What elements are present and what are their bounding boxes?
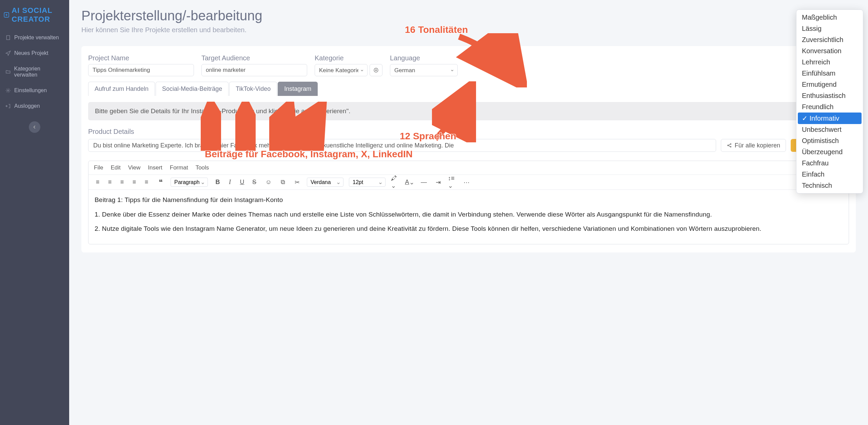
plus-circle-icon — [373, 67, 379, 73]
tonality-option[interactable]: Konversation — [798, 45, 862, 57]
align-full-icon[interactable]: ≡ — [142, 178, 151, 187]
sidebar-item-logout[interactable]: Ausloggen — [0, 98, 69, 114]
editor-menu: File Edit View Insert Format Tools — [88, 161, 849, 175]
strike-icon[interactable]: S — [250, 178, 259, 187]
svg-point-4 — [728, 145, 729, 146]
sidebar-item-settings[interactable]: Einstellungen — [0, 83, 69, 98]
more-icon[interactable]: ⋯ — [462, 178, 471, 187]
blockquote-icon[interactable]: ❝ — [156, 178, 165, 187]
indent-icon[interactable]: ⇥ — [434, 178, 442, 187]
hr-icon[interactable]: — — [419, 178, 428, 187]
align-justify-icon[interactable]: ≡ — [130, 178, 139, 187]
tonality-option[interactable]: Unbeschwert — [798, 124, 862, 135]
folder-icon — [5, 69, 11, 75]
tonality-option[interactable]: Einfühlsam — [798, 68, 862, 79]
sidebar-item-label: Ausloggen — [14, 103, 40, 109]
copy-all-button[interactable]: Für alle kopieren — [721, 139, 786, 152]
audience-label: Target Audience — [201, 54, 307, 62]
plane-icon — [5, 50, 11, 56]
svg-point-6 — [730, 146, 731, 147]
emoji-icon[interactable]: ☺ — [264, 178, 273, 187]
sidebar-item-label: Neues Projekt — [14, 50, 48, 56]
editor-toolbar: ≡ ≡ ≡ ≡ ≡ ❝ Paragraph B I — [88, 175, 849, 190]
sidebar-item-label: Einstellungen — [14, 87, 47, 94]
editor-content[interactable]: Beitrag 1: Tipps für die Namensfindung f… — [88, 190, 849, 244]
copy-icon[interactable]: ⧉ — [278, 178, 287, 187]
tonality-option[interactable]: Freundlich — [798, 101, 862, 113]
menu-file[interactable]: File — [94, 164, 103, 171]
align-left-icon[interactable]: ≡ — [93, 178, 102, 187]
content-tabs: Aufruf zum Handeln Social-Media-Beiträge… — [88, 82, 849, 96]
cut-icon[interactable]: ✂ — [293, 178, 301, 187]
align-center-icon[interactable]: ≡ — [105, 178, 114, 187]
project-card: Project Name Target Audience Kategorie K… — [81, 46, 856, 252]
tab-social-posts[interactable]: Social-Media-Beiträge — [156, 82, 229, 96]
page-subtitle: Hier können Sie Ihre Projekte erstellen … — [81, 26, 856, 34]
language-label: Language — [390, 54, 458, 62]
category-label: Kategorie — [315, 54, 382, 62]
tab-tiktok[interactable]: TikTok-Video — [229, 82, 277, 96]
tab-cta[interactable]: Aufruf zum Handeln — [88, 82, 155, 96]
content-paragraph: 2. Nutze digitale Tools wie den Instagra… — [95, 224, 843, 234]
brand-name: AI SOCIAL CREATOR — [12, 6, 65, 24]
sidebar-collapse-button[interactable] — [29, 121, 40, 133]
text-color-icon[interactable]: A ⌄ — [405, 178, 414, 187]
tab-instagram[interactable]: Instagram — [278, 82, 318, 96]
bold-icon[interactable]: B — [213, 178, 222, 187]
project-name-input[interactable] — [88, 64, 194, 76]
italic-icon[interactable]: I — [225, 178, 234, 187]
menu-format[interactable]: Format — [170, 164, 188, 171]
menu-edit[interactable]: Edit — [111, 164, 120, 171]
font-size-select[interactable]: 12pt — [349, 178, 386, 187]
svg-rect-1 — [6, 36, 9, 40]
chevron-left-icon — [33, 125, 37, 129]
brand-icon — [3, 10, 9, 20]
line-height-icon[interactable]: ↕≡ ⌄ — [448, 178, 457, 187]
sidebar-item-label: Projekte verwalten — [14, 35, 59, 41]
product-details-label: Product Details — [88, 128, 849, 136]
sidebar-item-label: Kategorien verwalten — [14, 66, 64, 78]
sidebar-nav: Projekte verwalten Neues Projekt Kategor… — [0, 30, 69, 114]
product-details-input[interactable] — [88, 139, 716, 152]
content-paragraph: 1. Denke über die Essenz deiner Marke od… — [95, 210, 843, 220]
tonality-option[interactable]: Ermutigend — [798, 79, 862, 90]
tonality-option[interactable]: Maßgeblich — [798, 12, 862, 23]
files-icon — [5, 35, 11, 40]
align-right-icon[interactable]: ≡ — [118, 178, 126, 187]
menu-insert[interactable]: Insert — [148, 164, 162, 171]
highlight-color-icon[interactable]: 🖍 ⌄ — [391, 178, 400, 187]
tonality-option[interactable]: Fachfrau — [798, 158, 862, 169]
tonality-option[interactable]: Enthusiastisch — [798, 90, 862, 101]
sidebar-item-categories[interactable]: Kategorien verwalten — [0, 61, 69, 83]
main-content: Projekterstellung/-bearbeitung Hier könn… — [69, 0, 868, 425]
brand-logo[interactable]: AI SOCIAL CREATOR — [0, 3, 69, 28]
menu-tools[interactable]: Tools — [196, 164, 209, 171]
project-name-label: Project Name — [88, 54, 194, 62]
svg-point-2 — [7, 90, 9, 91]
sidebar-item-projects[interactable]: Projekte verwalten — [0, 30, 69, 45]
tonality-option[interactable]: Einfach — [798, 169, 862, 180]
rich-text-editor: File Edit View Insert Format Tools ≡ ≡ ≡… — [88, 161, 849, 244]
audience-input[interactable] — [201, 64, 307, 76]
gear-icon — [5, 88, 11, 93]
sidebar: AI SOCIAL CREATOR Projekte verwalten Neu… — [0, 0, 69, 425]
svg-point-5 — [730, 144, 731, 145]
menu-view[interactable]: View — [128, 164, 141, 171]
add-category-button[interactable] — [370, 64, 382, 76]
underline-icon[interactable]: U — [238, 178, 246, 187]
tonality-option[interactable]: Technisch — [798, 180, 862, 191]
page-title: Projekterstellung/-bearbeitung — [81, 8, 856, 23]
category-select[interactable]: Keine Kategorie — [315, 64, 368, 76]
instruction-bar: Bitte geben Sie die Details für Ihr Inst… — [88, 102, 849, 120]
sidebar-item-new-project[interactable]: Neues Projekt — [0, 45, 69, 61]
block-format-select[interactable]: Paragraph — [171, 178, 208, 187]
tonality-option[interactable]: Zuversichtlich — [798, 34, 862, 45]
tonality-option[interactable]: Überzeugend — [798, 146, 862, 158]
tonality-option[interactable]: Lässig — [798, 23, 862, 34]
language-select[interactable]: German — [390, 64, 458, 76]
tonality-option[interactable]: Lehrreich — [798, 57, 862, 68]
font-family-select[interactable]: Verdana — [307, 178, 343, 187]
share-icon — [727, 143, 732, 148]
tonality-option[interactable]: Informativ — [798, 113, 862, 124]
tonality-option[interactable]: Optimistisch — [798, 135, 862, 146]
